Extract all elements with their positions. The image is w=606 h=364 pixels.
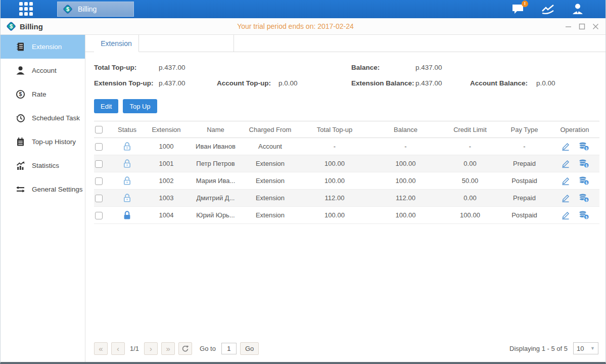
extension-balance-value: p.437.00 <box>415 79 470 87</box>
row-checkbox[interactable] <box>95 143 103 151</box>
sidebar-item-label: Extension <box>32 43 62 51</box>
edit-button[interactable]: Edit <box>94 99 118 113</box>
statistics-chart-icon <box>16 161 25 170</box>
col-status: Status <box>112 121 143 138</box>
topup-coins-icon[interactable]: $ <box>579 176 589 186</box>
row-checkbox[interactable] <box>95 212 103 219</box>
cell-extension: 1001 <box>143 155 190 172</box>
sidebar-item-label: Scheduled Task <box>32 114 80 122</box>
billing-app-window: $ Billing ! <box>0 0 606 364</box>
page-size-value: 10 <box>577 345 584 352</box>
close-icon[interactable] <box>591 22 599 30</box>
cell-pay-type: Postpaid <box>499 172 550 190</box>
col-credit-limit: Credit Limit <box>441 121 499 138</box>
sidebar-item-label: Statistics <box>32 162 59 169</box>
status-locked-icon <box>123 211 131 218</box>
displaying-status: Displaying 1 - 5 of 5 <box>509 345 568 352</box>
row-checkbox[interactable] <box>95 177 103 185</box>
chat-icon[interactable]: ! <box>511 3 525 16</box>
edit-pencil-icon[interactable] <box>561 176 571 186</box>
billing-diamond-icon: $ <box>62 4 73 15</box>
status-unlocked-icon <box>123 176 131 184</box>
table-row: 1004Юрий Юрь...Extension100.00100.00100.… <box>94 207 599 224</box>
extension-table-body: 1000Иван ИвановAccount----$1001Петр Петр… <box>94 138 599 224</box>
tab-extension[interactable]: Extension <box>94 35 139 52</box>
cell-name: Мария Ива... <box>190 172 241 190</box>
minimize-icon[interactable] <box>564 22 572 30</box>
page-size-select[interactable]: 10 ▼ <box>573 342 598 354</box>
billing-summary: Total Top-up: p.437.00 Extension Top-up:… <box>85 52 605 91</box>
cell-balance: 112.00 <box>370 190 441 207</box>
sidebar-item-extension[interactable]: Extension <box>1 35 85 59</box>
sidebar-item-top-up-history[interactable]: Top-up History <box>1 130 85 154</box>
cell-name: Петр Петров <box>190 155 241 172</box>
table-row: 1000Иван ИвановAccount----$ <box>94 138 599 155</box>
cell-total-topup: 112.00 <box>299 190 370 207</box>
cell-charged-from: Account <box>241 138 299 155</box>
col-charged-from: Charged From <box>241 121 299 138</box>
go-button[interactable]: Go <box>240 342 259 355</box>
page-indicator: 1/1 <box>130 345 139 352</box>
sidebar-item-statistics[interactable]: Statistics <box>1 154 85 177</box>
first-page-button[interactable]: « <box>94 342 108 355</box>
sidebar-item-general-settings[interactable]: General Settings <box>1 177 85 201</box>
col-pay-type: Pay Type <box>499 121 550 138</box>
col-extension: Extension <box>143 121 190 138</box>
topup-coins-icon[interactable]: $ <box>579 210 589 220</box>
edit-pencil-icon[interactable] <box>561 142 571 151</box>
cell-pay-type: - <box>499 138 550 155</box>
sidebar-item-label: Rate <box>32 90 46 98</box>
extension-book-icon <box>16 42 25 52</box>
prev-page-button[interactable]: ‹ <box>111 342 125 355</box>
general-settings-sliders-icon <box>16 185 25 194</box>
maximize-icon[interactable] <box>578 22 586 30</box>
extension-topup-label: Extension Top-up: <box>94 79 159 87</box>
balance-label: Balance: <box>351 64 415 71</box>
goto-page-input[interactable] <box>221 343 237 354</box>
status-unlocked-icon <box>123 159 131 167</box>
chart-icon[interactable] <box>541 3 554 16</box>
sidebar-item-account[interactable]: Account <box>1 59 85 82</box>
cell-pay-type: Postpaid <box>499 207 550 224</box>
last-page-button[interactable]: » <box>161 342 175 355</box>
row-checkbox[interactable] <box>95 195 103 202</box>
edit-pencil-icon[interactable] <box>561 210 571 220</box>
cell-total-topup: 100.00 <box>299 155 370 172</box>
row-checkbox[interactable] <box>95 160 103 168</box>
table-row: 1001Петр ПетровExtension100.00100.000.00… <box>94 155 599 172</box>
taskbar-tab-label: Billing <box>78 5 97 13</box>
apps-grid-icon[interactable] <box>19 2 33 16</box>
sidebar-item-scheduled-task[interactable]: Scheduled Task <box>1 106 85 130</box>
cell-charged-from: Extension <box>241 172 299 190</box>
edit-pencil-icon[interactable] <box>561 193 571 203</box>
desktop-topbar: $ Billing ! <box>1 0 605 18</box>
cell-name: Юрий Юрь... <box>190 207 241 224</box>
account-topup-value: p.0.00 <box>278 79 298 87</box>
sidebar-item-rate[interactable]: $Rate <box>1 82 85 106</box>
select-all-checkbox[interactable] <box>95 126 103 133</box>
edit-pencil-icon[interactable] <box>561 159 571 168</box>
topup-coins-icon[interactable]: $ <box>579 159 589 168</box>
status-unlocked-icon <box>123 194 131 201</box>
account-balance-value: p.0.00 <box>536 79 555 87</box>
user-icon[interactable] <box>571 3 584 16</box>
next-page-button[interactable]: › <box>144 342 158 355</box>
table-footer: « ‹ 1/1 › » Go to Go Di <box>85 341 605 362</box>
topup-coins-icon[interactable]: $ <box>579 193 589 203</box>
cell-credit-limit: 100.00 <box>441 207 499 224</box>
refresh-icon[interactable] <box>178 342 192 355</box>
top-up-button[interactable]: Top Up <box>123 99 157 113</box>
extension-table: Status Extension Name Charged From Total… <box>94 121 599 224</box>
total-topup-value: p.437.00 <box>159 64 185 71</box>
svg-text:$: $ <box>66 6 69 12</box>
taskbar-tab-billing[interactable]: $ Billing <box>57 2 134 17</box>
table-row: 1002Мария Ива...Extension100.00100.0050.… <box>94 172 599 190</box>
account-balance-label: Account Balance: <box>470 79 536 87</box>
topup-coins-icon[interactable]: $ <box>579 142 589 151</box>
goto-label: Go to <box>200 345 216 352</box>
svg-text:$: $ <box>10 23 13 29</box>
trial-notice: Your trial period ends on: 2017-02-24 <box>1 22 590 30</box>
window-titlebar: Your trial period ends on: 2017-02-24 $ … <box>1 18 605 35</box>
extension-topup-value: p.437.00 <box>159 79 217 87</box>
cell-credit-limit: 50.00 <box>441 172 499 190</box>
